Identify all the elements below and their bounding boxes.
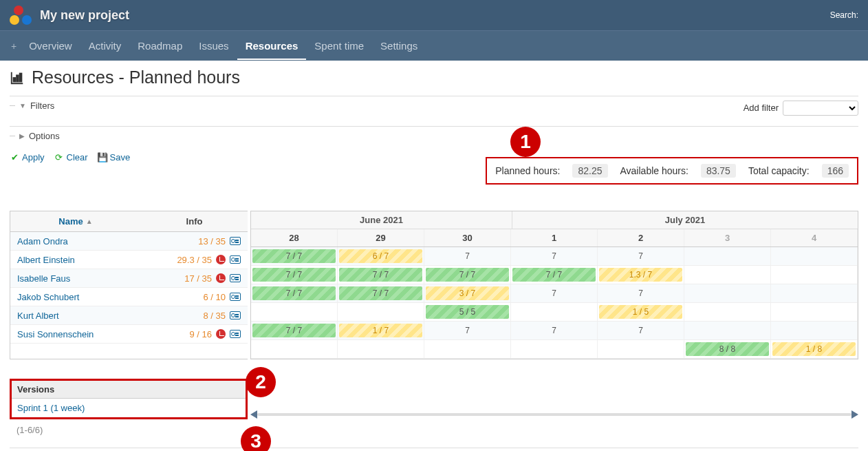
timeline-cell[interactable]: 1 / 7	[338, 322, 424, 339]
user-link[interactable]: Isabelle Faus	[17, 273, 141, 284]
timeline-cell	[511, 303, 598, 321]
timeline-cell: 7	[598, 247, 684, 265]
filters-toggle[interactable]: ▼ Filters	[10, 99, 54, 116]
timeline-cell	[771, 247, 858, 265]
version-link[interactable]: Sprint 1 (1 week)	[12, 399, 246, 417]
vcard-icon[interactable]	[230, 237, 241, 245]
timeline-row: 7 / 76 / 7777	[251, 247, 858, 266]
timeline-cell: 7	[511, 284, 598, 302]
timeline-cell[interactable]: 6 / 7	[338, 247, 424, 265]
planned-value: 82.25	[572, 164, 607, 178]
vcard-icon[interactable]	[230, 330, 241, 338]
nav-issues[interactable]: Issues	[191, 32, 237, 60]
day-header: 2	[598, 229, 684, 247]
day-header: 4	[771, 229, 858, 247]
timeline-cell[interactable]: 7 / 7	[338, 266, 424, 284]
timeline-cell	[598, 340, 684, 358]
timeline-cell: 7	[598, 284, 684, 302]
nav-spent-time[interactable]: Spent time	[306, 32, 372, 60]
day-header: 28	[251, 229, 338, 247]
timeline-cell[interactable]: 7 / 7	[251, 266, 338, 284]
timeline-cell[interactable]: 8 / 8	[684, 340, 771, 358]
timeline-cell[interactable]: 1.3 / 7	[598, 266, 684, 284]
user-link[interactable]: Adam Ondra	[17, 236, 141, 247]
save-button[interactable]: 💾Save	[98, 152, 131, 162]
available-label: Available hours:	[620, 165, 688, 176]
timeline-cell	[684, 284, 771, 302]
clock-icon	[216, 329, 226, 339]
timeline-cell[interactable]: 7 / 7	[251, 284, 338, 302]
timeline-cell	[771, 266, 858, 284]
nav-overview[interactable]: Overview	[21, 32, 80, 60]
sort-asc-icon: ▲	[86, 218, 93, 225]
search-label: Search:	[830, 10, 858, 20]
timeline-cell	[251, 303, 338, 321]
capacity-value: 166	[822, 164, 849, 178]
user-ratio: 17 / 35	[184, 273, 212, 284]
day-header: 29	[338, 229, 424, 247]
timeline-cell: 7	[598, 322, 684, 339]
timeline-cell[interactable]: 5 / 5	[424, 303, 511, 321]
annotation-1: 1	[510, 127, 541, 157]
user-link[interactable]: Susi Sonnenschein	[17, 329, 141, 339]
vcard-icon[interactable]	[230, 311, 241, 319]
add-icon[interactable]: +	[7, 41, 21, 52]
timeline-cell	[771, 284, 858, 302]
timeline-cell[interactable]: 7 / 7	[251, 247, 338, 265]
timeline-cell: 7	[424, 247, 511, 265]
filters-label: Filters	[30, 101, 54, 111]
pagination-info: (1-6/6)	[10, 419, 858, 441]
timeline-cell[interactable]: 7 / 7	[511, 266, 598, 284]
user-row: Jakob Schubert 6 / 10	[10, 288, 248, 306]
versions-box: 2 Versions Sprint 1 (1 week)	[10, 379, 248, 419]
timeline-cell	[338, 340, 424, 358]
options-label: Options	[29, 131, 60, 141]
clear-button[interactable]: ⟳Clear	[54, 152, 88, 162]
timeline-cell	[771, 303, 858, 321]
check-icon: ✔	[10, 153, 19, 162]
top-bar: My new project Search:	[0, 0, 868, 30]
annotation-2: 2	[246, 367, 276, 397]
timeline-cell[interactable]: 7 / 7	[424, 266, 511, 284]
day-header: 30	[424, 229, 511, 247]
info-header[interactable]: Info	[141, 211, 248, 231]
timeline-cell[interactable]: 7 / 7	[251, 322, 338, 339]
user-row: Adam Ondra 13 / 35	[10, 232, 248, 251]
vcard-icon[interactable]	[230, 274, 241, 282]
planned-label: Planned hours:	[495, 165, 560, 176]
user-link[interactable]: Kurt Albert	[17, 311, 141, 321]
timeline-cell	[338, 303, 424, 321]
user-link[interactable]: Albert Einstein	[17, 255, 141, 265]
timeline-cell[interactable]: 3 / 7	[424, 284, 511, 302]
user-ratio: 6 / 10	[203, 292, 226, 302]
nav-roadmap[interactable]: Roadmap	[129, 32, 191, 60]
nav-resources[interactable]: Resources	[237, 32, 307, 60]
timeline-cell[interactable]: 1 / 5	[598, 303, 684, 321]
nav-activity[interactable]: Activity	[80, 32, 130, 60]
chart-icon	[10, 70, 25, 85]
user-row: Susi Sonnenschein 9 / 16	[10, 325, 248, 344]
day-header: 3	[684, 229, 771, 247]
timeline-scrollbar[interactable]	[250, 410, 858, 419]
timeline-row: 7 / 71 / 7777	[251, 322, 858, 340]
apply-button[interactable]: ✔Apply	[10, 152, 45, 162]
timeline-row: 7 / 77 / 77 / 77 / 71.3 / 7	[251, 266, 858, 284]
user-link[interactable]: Jakob Schubert	[17, 292, 141, 302]
options-toggle[interactable]: ▶ Options	[10, 129, 858, 147]
timeline-cell[interactable]: 7 / 7	[338, 284, 424, 302]
user-ratio: 13 / 35	[198, 236, 226, 247]
svg-rect-0	[14, 78, 16, 82]
user-row: Isabelle Faus 17 / 35	[10, 269, 248, 288]
vcard-icon[interactable]	[230, 293, 241, 301]
user-row: Albert Einstein 29.3 / 35	[10, 251, 248, 269]
add-filter-select[interactable]	[783, 101, 858, 116]
user-ratio: 8 / 35	[203, 311, 226, 321]
project-title[interactable]: My new project	[40, 8, 129, 23]
name-header[interactable]: Name ▲	[10, 211, 141, 231]
vcard-icon[interactable]	[230, 255, 241, 264]
clock-icon	[216, 273, 226, 283]
timeline-cell[interactable]: 1 / 8	[771, 340, 858, 358]
user-ratio: 29.3 / 35	[177, 255, 212, 265]
main-nav: + OverviewActivityRoadmapIssuesResources…	[0, 30, 868, 61]
nav-settings[interactable]: Settings	[372, 32, 426, 60]
